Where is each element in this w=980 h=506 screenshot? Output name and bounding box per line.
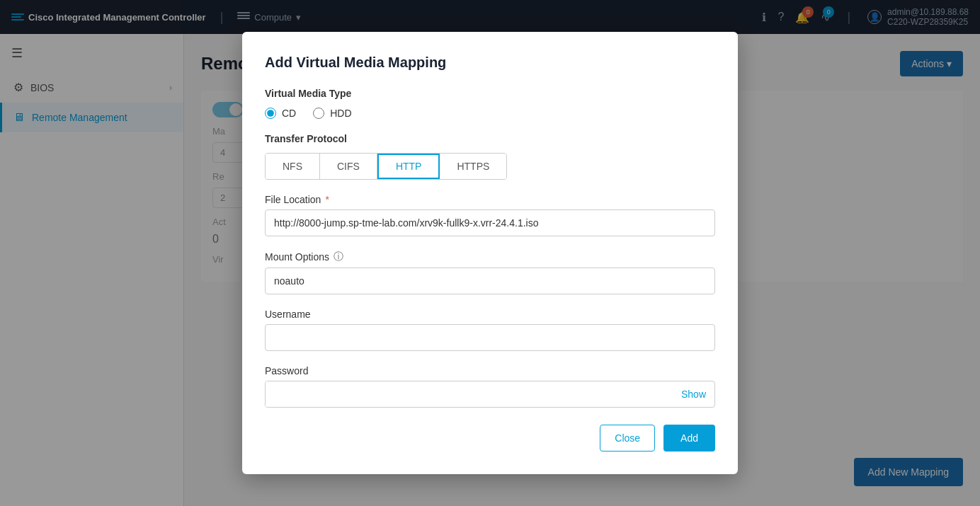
- media-type-radio-group: CD HDD: [265, 108, 715, 119]
- protocol-group: NFS CIFS HTTP HTTPS: [265, 153, 507, 180]
- transfer-protocol-label: Transfer Protocol: [265, 133, 715, 144]
- cd-label: CD: [282, 108, 296, 119]
- cifs-protocol-btn[interactable]: CIFS: [320, 154, 377, 179]
- hdd-radio-option[interactable]: HDD: [313, 108, 351, 119]
- modal-footer: Close Add: [265, 425, 715, 452]
- file-location-input[interactable]: [265, 209, 715, 236]
- virtual-media-type-field: Virtual Media Type CD HDD: [265, 88, 715, 119]
- close-button[interactable]: Close: [600, 425, 655, 452]
- mount-options-field: Mount Options ⓘ: [265, 251, 715, 294]
- cd-radio-option[interactable]: CD: [265, 108, 296, 119]
- password-input[interactable]: [266, 381, 673, 407]
- username-input[interactable]: [265, 324, 715, 351]
- required-star: *: [325, 194, 329, 205]
- password-row: Show: [265, 381, 715, 408]
- modal-title: Add Virtual Media Mapping: [265, 54, 715, 71]
- add-button[interactable]: Add: [663, 425, 715, 452]
- modal-overlay: Add Virtual Media Mapping Virtual Media …: [0, 0, 980, 506]
- username-label: Username: [265, 309, 715, 320]
- password-label: Password: [265, 365, 715, 376]
- hdd-radio[interactable]: [313, 108, 324, 119]
- username-field: Username: [265, 309, 715, 351]
- https-protocol-btn[interactable]: HTTPS: [440, 154, 506, 179]
- file-location-label: File Location *: [265, 194, 715, 205]
- hdd-label: HDD: [330, 108, 351, 119]
- nfs-protocol-btn[interactable]: NFS: [266, 154, 320, 179]
- mount-options-info-icon[interactable]: ⓘ: [334, 251, 343, 263]
- password-field: Password Show: [265, 365, 715, 408]
- cd-radio[interactable]: [265, 108, 276, 119]
- mount-options-label: Mount Options ⓘ: [265, 251, 715, 263]
- show-password-button[interactable]: Show: [673, 381, 714, 407]
- virtual-media-type-label: Virtual Media Type: [265, 88, 715, 99]
- http-protocol-btn[interactable]: HTTP: [377, 154, 440, 179]
- mount-options-input[interactable]: [265, 268, 715, 294]
- add-virtual-media-modal: Add Virtual Media Mapping Virtual Media …: [242, 32, 738, 474]
- file-location-field: File Location *: [265, 194, 715, 236]
- transfer-protocol-field: Transfer Protocol NFS CIFS HTTP HTTPS: [265, 133, 715, 180]
